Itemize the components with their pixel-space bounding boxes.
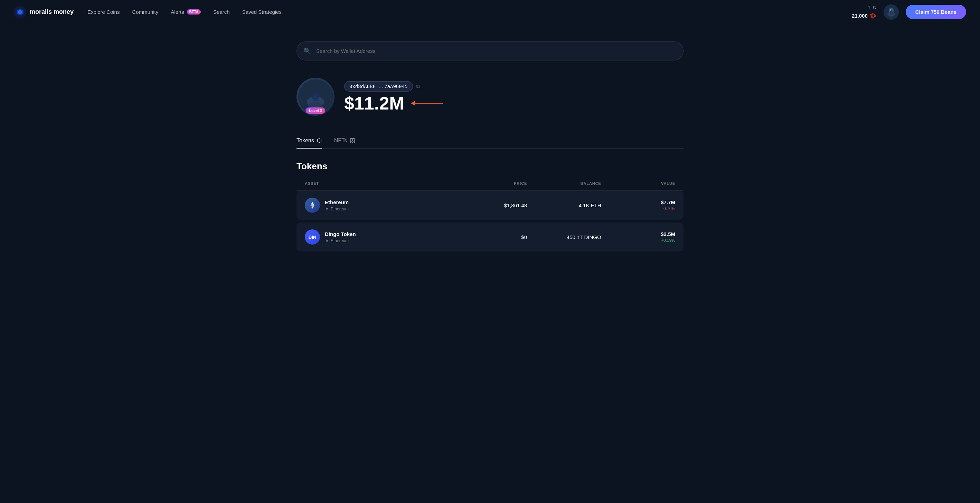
din-chain: Ethereum [325,238,356,243]
tokens-icon: ⬡ [317,137,322,144]
portfolio-value: $11.2M [344,94,404,112]
table-header: ASSET PRICE BALANCE VALUE [296,181,684,191]
din-balance: 450.1T DINGO [527,234,601,240]
tokens-title: Tokens [296,161,684,172]
din-price: $0 [453,234,527,240]
table-row[interactable]: Ethereum Ethereum $1,861.48 [296,191,684,220]
arrow-line [415,103,443,104]
profile-section: Level 2 0xd8dA6BF...7aA96045 ⧉ $11.2M [296,78,684,116]
nav-right: 1 ↻ 21,000 🫘 Claim 750 Beans [852,5,966,20]
portfolio-value-row: $11.2M [344,94,443,112]
user-avatar[interactable] [884,5,899,20]
tab-tokens[interactable]: Tokens ⬡ [296,133,322,149]
din-names: Dingo Token Ethereum [325,231,356,243]
eth-balance: 4.1K ETH [527,202,601,208]
nav-alerts[interactable]: Alerts BETA [171,9,201,15]
tokens-table: Tokens ASSET PRICE BALANCE VALUE [296,161,684,252]
refresh-icon[interactable]: ↻ [873,5,877,10]
beans-count: 1 [868,5,870,10]
col-value: VALUE [601,181,675,186]
eth-value-wrap: $7.7M -0.76% [601,199,675,211]
profile-info: 0xd8dA6BF...7aA96045 ⧉ $11.2M [344,78,443,112]
arrow-head-icon [411,101,415,106]
col-price: PRICE [453,181,527,186]
din-token-name: Dingo Token [325,231,356,237]
svg-point-6 [890,10,891,11]
din-value: $2.5M [661,231,675,237]
search-input[interactable] [296,41,684,60]
tab-tokens-label: Tokens [296,138,314,144]
profile-avatar-wrap: Level 2 [296,78,334,116]
tab-nfts[interactable]: NFTs 🖼 [334,133,355,149]
table-row[interactable]: DIN Dingo Token Ethereum [296,222,684,252]
nav-community[interactable]: Community [132,9,158,15]
wallet-address-row: 0xd8dA6BF...7aA96045 ⧉ [344,81,443,92]
nav-links: Explore Coins Community Alerts BETA Sear… [88,9,838,15]
svg-point-1 [18,10,22,14]
nav-search[interactable]: Search [213,9,230,15]
eth-logo [305,198,320,213]
copy-icon[interactable]: ⧉ [417,84,420,89]
arrow-indicator [411,101,443,106]
brand-name: moralis money [30,8,73,16]
eth-value: $7.7M [661,199,675,205]
svg-point-10 [312,92,319,101]
eth-price: $1,861.48 [453,202,527,208]
logo[interactable]: moralis money [14,6,73,18]
nav-explore[interactable]: Explore Coins [88,9,119,15]
main-content: 🔍 Level 2 0xd8dA6BF...7aA96045 ⧉ [283,24,697,271]
search-icon: 🔍 [304,47,311,55]
tab-nfts-label: NFTs [334,138,347,144]
nfts-icon: 🖼 [350,138,355,144]
tabs: Tokens ⬡ NFTs 🖼 [296,133,684,149]
claim-beans-button[interactable]: Claim 750 Beans [906,5,966,19]
din-change: +0.19% [661,238,675,243]
bean-icon: 🫘 [870,13,877,19]
beans-amount-display: 21,000 🫘 [852,13,877,19]
din-logo-text: DIN [309,235,316,240]
level-badge: Level 2 [305,108,325,114]
din-logo: DIN [305,229,320,244]
asset-cell-din: DIN Dingo Token Ethereum [305,229,453,244]
eth-names: Ethereum Ethereum [325,199,348,211]
col-balance: BALANCE [527,181,601,186]
nav-saved[interactable]: Saved Strategies [242,9,282,15]
wallet-address: 0xd8dA6BF...7aA96045 [344,81,413,92]
eth-token-name: Ethereum [325,199,348,205]
col-asset: ASSET [305,181,453,186]
svg-point-5 [890,10,892,14]
asset-cell-eth: Ethereum Ethereum [305,198,453,213]
eth-chain: Ethereum [325,206,348,211]
search-container: 🔍 [296,41,684,60]
navbar: moralis money Explore Coins Community Al… [0,0,980,24]
beta-badge: BETA [187,10,201,14]
eth-change: -0.76% [662,206,675,211]
beans-counter: 1 ↻ 21,000 🫘 [852,5,877,19]
din-value-wrap: $2.5M +0.19% [601,231,675,243]
